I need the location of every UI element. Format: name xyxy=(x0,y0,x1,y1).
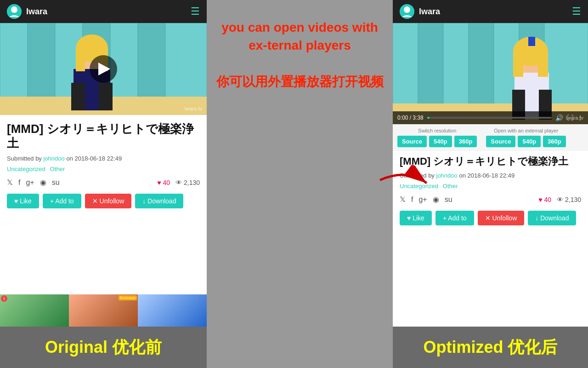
svg-rect-36 xyxy=(528,37,535,46)
right-reddit-icon[interactable]: ◉ xyxy=(433,195,439,204)
right-video-title: [MMD] シオリ＝キリヒトで極楽浄土 xyxy=(400,155,581,167)
right-tag-other[interactable]: Other xyxy=(443,183,458,190)
svg-point-19 xyxy=(404,6,410,13)
left-hamburger-icon[interactable]: ☰ xyxy=(191,6,200,17)
left-manga-strip: ! Exclusive xyxy=(0,294,207,327)
right-ext-540p-btn[interactable]: 540p xyxy=(518,136,541,147)
left-header-title: Iwara xyxy=(26,7,47,17)
left-stats: ♥ 40 👁 2,130 xyxy=(157,179,200,186)
left-like-button[interactable]: ♥ Like xyxy=(7,194,39,208)
svg-rect-14 xyxy=(99,83,113,110)
exclusive-badge: Exclusive xyxy=(119,295,137,300)
right-ext-360p-btn[interactable]: 360p xyxy=(543,136,566,147)
right-switch-label: Switch resolution xyxy=(397,128,477,133)
center-overlay: you can open videos with ex-ternal playe… xyxy=(207,0,393,368)
right-volume-icon[interactable]: 🔊 xyxy=(555,114,563,121)
left-reddit-icon[interactable]: ◉ xyxy=(40,178,46,187)
right-header-title: Iwara xyxy=(419,7,440,17)
right-unfollow-button[interactable]: ✕ Unfollow xyxy=(478,211,525,225)
right-switch-540p-btn[interactable]: 540p xyxy=(429,136,452,147)
left-gplus-icon[interactable]: g+ xyxy=(26,178,34,187)
left-header: Iwara ☰ xyxy=(0,0,207,23)
manga-panel-1: ! xyxy=(0,294,69,327)
right-download-button[interactable]: ↓ Download xyxy=(528,211,576,225)
left-facebook-icon[interactable]: f xyxy=(18,178,20,187)
svg-rect-34 xyxy=(513,52,523,77)
right-bottom-label: Optimized 优化后 xyxy=(393,327,588,368)
svg-rect-35 xyxy=(538,52,548,77)
right-ext-source-btn[interactable]: Source xyxy=(486,136,515,147)
left-play-icon xyxy=(98,63,110,75)
left-tag-uncategorized[interactable]: Uncategorized xyxy=(7,166,45,172)
right-external-group: Open with an external player Source 540p… xyxy=(486,128,565,147)
right-header-brand: Iwara xyxy=(400,4,440,19)
left-header-brand: Iwara xyxy=(7,4,47,19)
center-annotation: you can open videos with ex-ternal playe… xyxy=(207,0,393,109)
main-container: Iwara ☰ xyxy=(0,0,588,368)
right-header: Iwara ☰ xyxy=(393,0,588,23)
right-action-buttons: ♥ Like + Add to ✕ Unfollow ↓ Download xyxy=(400,211,581,225)
right-like-button[interactable]: ♥ Like xyxy=(400,211,432,225)
right-progress-bar[interactable] xyxy=(427,117,552,119)
left-author-link[interactable]: johndoo xyxy=(44,155,65,162)
left-submitted: Submitted by johndoo on 2018-06-18 22:49 xyxy=(7,155,200,162)
left-tags: Uncategorized Other xyxy=(7,166,200,172)
right-progress-fill xyxy=(427,117,430,119)
right-resolution-area: Switch resolution Source 540p 360p Open … xyxy=(393,124,588,151)
left-views: 👁 2,130 xyxy=(175,179,200,186)
left-social-stats: 𝕏 f g+ ◉ su ♥ 40 👁 2,130 xyxy=(7,178,200,187)
left-bottom-label: Original 优化前 xyxy=(0,327,207,368)
right-external-btns: Source 540p 360p xyxy=(486,136,565,147)
notif-badge-1: ! xyxy=(1,295,7,302)
left-likes: ♥ 40 xyxy=(157,179,170,186)
left-avatar xyxy=(7,4,22,19)
left-addto-button[interactable]: + Add to xyxy=(43,194,81,208)
right-likes: ♥ 40 xyxy=(538,196,551,203)
right-switch-btns: Source 540p 360p xyxy=(397,136,477,147)
left-action-buttons: ♥ Like + Add to ✕ Unfollow ↓ Download xyxy=(7,194,200,208)
manga-panel-3 xyxy=(138,294,207,327)
svg-point-1 xyxy=(11,6,17,13)
manga-panel-2: Exclusive xyxy=(69,294,138,327)
right-views: 👁 2,130 xyxy=(557,196,581,203)
left-download-button[interactable]: ↓ Download xyxy=(135,194,183,208)
right-addto-button[interactable]: + Add to xyxy=(435,211,474,225)
left-tag-other[interactable]: Other xyxy=(50,166,65,172)
right-video-thumb[interactable]: 0:00 / 3:38 🔊 ⛶ ⋮ Iwara.tv xyxy=(393,23,588,124)
left-play-button[interactable] xyxy=(90,55,117,83)
right-video-controls: 0:00 / 3:38 🔊 ⛶ ⋮ xyxy=(393,111,588,124)
right-stats: ♥ 40 👁 2,130 xyxy=(538,196,581,203)
right-facebook-icon[interactable]: f xyxy=(411,196,413,204)
left-unfollow-button[interactable]: ✕ Unfollow xyxy=(85,194,132,208)
right-switch-group: Switch resolution Source 540p 360p xyxy=(397,128,477,147)
right-external-label: Open with an external player xyxy=(486,128,565,133)
right-time-display: 0:00 / 3:38 xyxy=(397,115,424,121)
right-hamburger-icon[interactable]: ☰ xyxy=(572,6,581,17)
right-author-link[interactable]: johndoo xyxy=(436,172,458,179)
left-twitter-icon[interactable]: 𝕏 xyxy=(7,178,13,187)
svg-rect-16 xyxy=(76,48,85,71)
left-video-title: [MMD] シオリ＝キリヒトで極楽浄土 xyxy=(7,122,200,150)
left-su-icon[interactable]: su xyxy=(52,178,60,187)
svg-rect-13 xyxy=(71,83,85,110)
right-twitter-icon[interactable]: 𝕏 xyxy=(400,195,406,204)
left-watermark: Iwara.tv xyxy=(184,106,202,111)
left-video-thumb[interactable]: Iwara.tv xyxy=(0,23,207,115)
right-su-icon[interactable]: su xyxy=(445,196,452,204)
right-switch-source-btn[interactable]: Source xyxy=(397,136,427,147)
right-switch-360p-btn[interactable]: 360p xyxy=(454,136,477,147)
right-watermark: Iwara.tv xyxy=(565,115,583,121)
right-avatar xyxy=(400,4,414,19)
